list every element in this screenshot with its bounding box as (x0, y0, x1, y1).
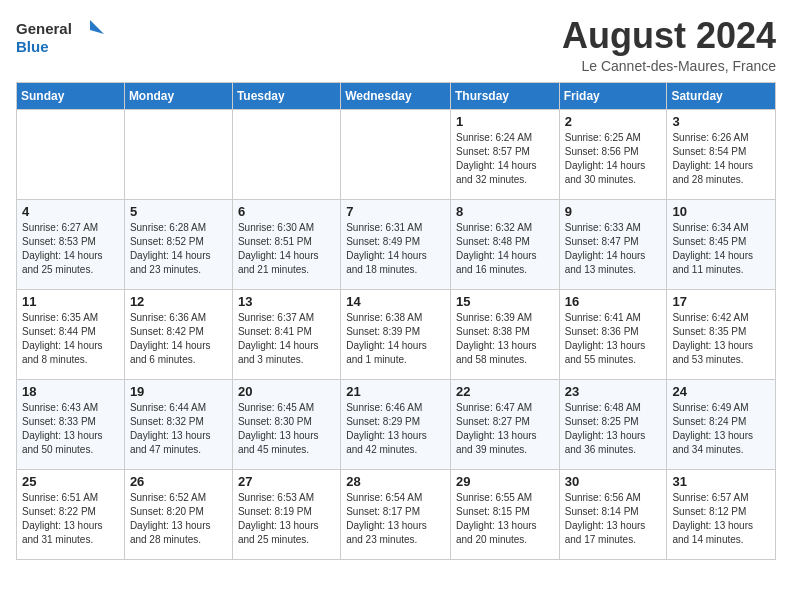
day-info: Sunrise: 6:57 AMSunset: 8:12 PMDaylight:… (672, 491, 770, 547)
day-number: 29 (456, 474, 554, 489)
svg-text:Blue: Blue (16, 38, 49, 55)
day-number: 2 (565, 114, 662, 129)
day-info: Sunrise: 6:49 AMSunset: 8:24 PMDaylight:… (672, 401, 770, 457)
weekday-header: Thursday (450, 82, 559, 109)
day-number: 22 (456, 384, 554, 399)
day-info: Sunrise: 6:25 AMSunset: 8:56 PMDaylight:… (565, 131, 662, 187)
day-info: Sunrise: 6:32 AMSunset: 8:48 PMDaylight:… (456, 221, 554, 277)
calendar-cell (341, 109, 451, 199)
day-info: Sunrise: 6:24 AMSunset: 8:57 PMDaylight:… (456, 131, 554, 187)
day-info: Sunrise: 6:41 AMSunset: 8:36 PMDaylight:… (565, 311, 662, 367)
day-number: 5 (130, 204, 227, 219)
logo: General Blue (16, 16, 106, 60)
day-number: 24 (672, 384, 770, 399)
calendar-cell: 29Sunrise: 6:55 AMSunset: 8:15 PMDayligh… (450, 469, 559, 559)
day-number: 31 (672, 474, 770, 489)
day-number: 20 (238, 384, 335, 399)
day-info: Sunrise: 6:45 AMSunset: 8:30 PMDaylight:… (238, 401, 335, 457)
day-info: Sunrise: 6:48 AMSunset: 8:25 PMDaylight:… (565, 401, 662, 457)
day-number: 3 (672, 114, 770, 129)
calendar-cell: 2Sunrise: 6:25 AMSunset: 8:56 PMDaylight… (559, 109, 667, 199)
calendar-cell: 30Sunrise: 6:56 AMSunset: 8:14 PMDayligh… (559, 469, 667, 559)
day-info: Sunrise: 6:30 AMSunset: 8:51 PMDaylight:… (238, 221, 335, 277)
calendar-cell (17, 109, 125, 199)
day-info: Sunrise: 6:43 AMSunset: 8:33 PMDaylight:… (22, 401, 119, 457)
day-info: Sunrise: 6:35 AMSunset: 8:44 PMDaylight:… (22, 311, 119, 367)
day-info: Sunrise: 6:34 AMSunset: 8:45 PMDaylight:… (672, 221, 770, 277)
day-number: 1 (456, 114, 554, 129)
calendar-cell: 5Sunrise: 6:28 AMSunset: 8:52 PMDaylight… (124, 199, 232, 289)
calendar-cell: 13Sunrise: 6:37 AMSunset: 8:41 PMDayligh… (232, 289, 340, 379)
calendar-cell: 4Sunrise: 6:27 AMSunset: 8:53 PMDaylight… (17, 199, 125, 289)
month-title: August 2024 (562, 16, 776, 56)
calendar-cell: 12Sunrise: 6:36 AMSunset: 8:42 PMDayligh… (124, 289, 232, 379)
calendar-week-row: 25Sunrise: 6:51 AMSunset: 8:22 PMDayligh… (17, 469, 776, 559)
svg-text:General: General (16, 20, 72, 37)
calendar-cell: 18Sunrise: 6:43 AMSunset: 8:33 PMDayligh… (17, 379, 125, 469)
calendar-cell: 14Sunrise: 6:38 AMSunset: 8:39 PMDayligh… (341, 289, 451, 379)
day-info: Sunrise: 6:39 AMSunset: 8:38 PMDaylight:… (456, 311, 554, 367)
calendar-cell: 15Sunrise: 6:39 AMSunset: 8:38 PMDayligh… (450, 289, 559, 379)
calendar-week-row: 11Sunrise: 6:35 AMSunset: 8:44 PMDayligh… (17, 289, 776, 379)
day-info: Sunrise: 6:53 AMSunset: 8:19 PMDaylight:… (238, 491, 335, 547)
day-info: Sunrise: 6:42 AMSunset: 8:35 PMDaylight:… (672, 311, 770, 367)
calendar-cell: 6Sunrise: 6:30 AMSunset: 8:51 PMDaylight… (232, 199, 340, 289)
calendar-cell: 3Sunrise: 6:26 AMSunset: 8:54 PMDaylight… (667, 109, 776, 199)
calendar-cell: 11Sunrise: 6:35 AMSunset: 8:44 PMDayligh… (17, 289, 125, 379)
day-info: Sunrise: 6:51 AMSunset: 8:22 PMDaylight:… (22, 491, 119, 547)
day-number: 15 (456, 294, 554, 309)
day-info: Sunrise: 6:33 AMSunset: 8:47 PMDaylight:… (565, 221, 662, 277)
day-info: Sunrise: 6:54 AMSunset: 8:17 PMDaylight:… (346, 491, 445, 547)
calendar-table: SundayMondayTuesdayWednesdayThursdayFrid… (16, 82, 776, 560)
day-number: 18 (22, 384, 119, 399)
calendar-cell: 7Sunrise: 6:31 AMSunset: 8:49 PMDaylight… (341, 199, 451, 289)
weekday-header: Friday (559, 82, 667, 109)
day-number: 6 (238, 204, 335, 219)
day-number: 19 (130, 384, 227, 399)
calendar-cell: 16Sunrise: 6:41 AMSunset: 8:36 PMDayligh… (559, 289, 667, 379)
day-number: 9 (565, 204, 662, 219)
svg-marker-2 (90, 20, 104, 34)
day-info: Sunrise: 6:28 AMSunset: 8:52 PMDaylight:… (130, 221, 227, 277)
page-header: General Blue August 2024 Le Cannet-des-M… (16, 16, 776, 74)
calendar-week-row: 1Sunrise: 6:24 AMSunset: 8:57 PMDaylight… (17, 109, 776, 199)
weekday-header: Sunday (17, 82, 125, 109)
day-info: Sunrise: 6:44 AMSunset: 8:32 PMDaylight:… (130, 401, 227, 457)
header-row: SundayMondayTuesdayWednesdayThursdayFrid… (17, 82, 776, 109)
day-number: 25 (22, 474, 119, 489)
calendar-cell: 27Sunrise: 6:53 AMSunset: 8:19 PMDayligh… (232, 469, 340, 559)
day-info: Sunrise: 6:37 AMSunset: 8:41 PMDaylight:… (238, 311, 335, 367)
calendar-cell (232, 109, 340, 199)
calendar-cell: 22Sunrise: 6:47 AMSunset: 8:27 PMDayligh… (450, 379, 559, 469)
day-info: Sunrise: 6:31 AMSunset: 8:49 PMDaylight:… (346, 221, 445, 277)
weekday-header: Monday (124, 82, 232, 109)
day-info: Sunrise: 6:47 AMSunset: 8:27 PMDaylight:… (456, 401, 554, 457)
day-number: 7 (346, 204, 445, 219)
calendar-cell: 17Sunrise: 6:42 AMSunset: 8:35 PMDayligh… (667, 289, 776, 379)
day-info: Sunrise: 6:56 AMSunset: 8:14 PMDaylight:… (565, 491, 662, 547)
day-info: Sunrise: 6:27 AMSunset: 8:53 PMDaylight:… (22, 221, 119, 277)
calendar-week-row: 4Sunrise: 6:27 AMSunset: 8:53 PMDaylight… (17, 199, 776, 289)
weekday-header: Wednesday (341, 82, 451, 109)
calendar-cell: 19Sunrise: 6:44 AMSunset: 8:32 PMDayligh… (124, 379, 232, 469)
day-number: 16 (565, 294, 662, 309)
day-number: 11 (22, 294, 119, 309)
day-number: 12 (130, 294, 227, 309)
calendar-cell: 25Sunrise: 6:51 AMSunset: 8:22 PMDayligh… (17, 469, 125, 559)
day-number: 14 (346, 294, 445, 309)
day-info: Sunrise: 6:55 AMSunset: 8:15 PMDaylight:… (456, 491, 554, 547)
calendar-cell: 26Sunrise: 6:52 AMSunset: 8:20 PMDayligh… (124, 469, 232, 559)
day-number: 26 (130, 474, 227, 489)
calendar-cell: 20Sunrise: 6:45 AMSunset: 8:30 PMDayligh… (232, 379, 340, 469)
title-block: August 2024 Le Cannet-des-Maures, France (562, 16, 776, 74)
day-info: Sunrise: 6:46 AMSunset: 8:29 PMDaylight:… (346, 401, 445, 457)
calendar-cell: 8Sunrise: 6:32 AMSunset: 8:48 PMDaylight… (450, 199, 559, 289)
day-info: Sunrise: 6:36 AMSunset: 8:42 PMDaylight:… (130, 311, 227, 367)
day-number: 8 (456, 204, 554, 219)
day-number: 23 (565, 384, 662, 399)
calendar-cell: 28Sunrise: 6:54 AMSunset: 8:17 PMDayligh… (341, 469, 451, 559)
weekday-header: Saturday (667, 82, 776, 109)
calendar-cell: 1Sunrise: 6:24 AMSunset: 8:57 PMDaylight… (450, 109, 559, 199)
day-info: Sunrise: 6:52 AMSunset: 8:20 PMDaylight:… (130, 491, 227, 547)
day-number: 28 (346, 474, 445, 489)
